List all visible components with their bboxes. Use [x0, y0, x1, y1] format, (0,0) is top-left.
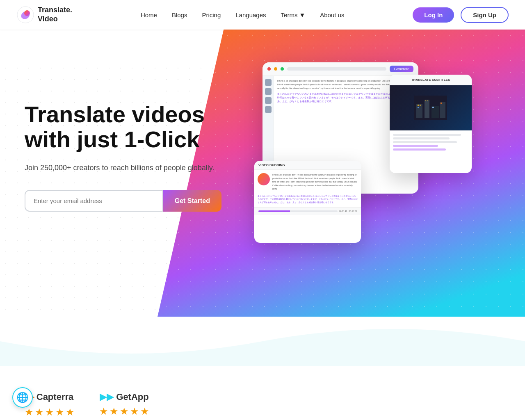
dubbing-text: I think a lot of people don't I'm like b… — [272, 173, 358, 191]
capterra-star-4: ★ — [55, 406, 64, 418]
globe-icon: 🌐 — [16, 392, 29, 403]
capterra-star-2: ★ — [35, 406, 44, 418]
svg-point-1 — [24, 10, 30, 16]
close-dot — [267, 67, 271, 71]
logo-line2: Video — [38, 15, 72, 24]
get-started-button[interactable]: Get Started — [163, 190, 221, 212]
capterra-stars: ★ ★ ★ ★ ★ — [25, 406, 75, 418]
getapp-star-1: ★ — [99, 406, 108, 417]
timeline-progress — [258, 210, 338, 212]
video-dubbing-card: VIDEO DUBBING I think a lot of people do… — [254, 161, 361, 243]
language-selector-button[interactable]: 🌐 — [12, 387, 33, 408]
logo-icon — [16, 6, 34, 24]
video-dubbing-header: VIDEO DUBBING — [254, 161, 361, 170]
svg-rect-12 — [440, 102, 445, 118]
nav-pricing[interactable]: Pricing — [202, 11, 221, 18]
subtitle-header: TRANSLATE SUBTITLES — [390, 75, 472, 85]
nav-actions: Log In Sign Up — [413, 7, 509, 23]
logos-row: ▶ Capterra ★ ★ ★ ★ ★ ▶▶ GetApp ★ ★ ★ ★ — [25, 390, 149, 418]
capterra-name: Capterra — [37, 392, 73, 402]
capterra-star-3: ★ — [45, 406, 54, 418]
expand-dot — [281, 67, 284, 71]
nav-terms[interactable]: Terms ▼ — [281, 11, 306, 18]
svg-rect-3 — [416, 104, 422, 118]
svg-rect-7 — [425, 100, 429, 118]
url-bar — [287, 67, 386, 71]
getapp-icon: ▶▶ — [100, 392, 114, 402]
capterra-star-1: ★ — [25, 406, 34, 418]
nav-about[interactable]: About us — [320, 11, 344, 18]
subtitle-line-purple — [393, 145, 438, 147]
svg-rect-4 — [418, 105, 419, 106]
speaker-avatar — [258, 173, 270, 185]
email-input[interactable] — [25, 190, 163, 212]
signup-button[interactable]: Sign Up — [461, 7, 509, 23]
svg-rect-13 — [441, 103, 442, 104]
subtitle-line-2 — [393, 137, 450, 139]
hero-content: Translate videos with just 1-Click Join … — [0, 30, 525, 276]
wave-separator — [0, 317, 525, 366]
mockup-topbar: Generate — [262, 62, 418, 76]
timestamp: 00:01:42 / 00:08:23 — [339, 210, 357, 212]
sidebar-icon-1 — [265, 79, 272, 86]
getapp-star-2: ★ — [110, 406, 119, 417]
svg-rect-6 — [418, 107, 419, 108]
sidebar-icon-4 — [265, 106, 272, 113]
hero-left: Translate videos with just 1-Click Join … — [25, 102, 221, 212]
getapp-stars: ★ ★ ★ ★ ★ — [99, 406, 149, 417]
hero-form: Get Started — [25, 190, 221, 212]
dubbing-japanese: 多くの人はそうでないと思います基本的に私は工場の設計またはエンジニアリング会議ま… — [258, 195, 358, 204]
wave-svg — [0, 317, 525, 366]
nav-home[interactable]: Home — [141, 11, 157, 18]
subtitle-line-1 — [393, 134, 461, 136]
subtitle-text-area — [390, 130, 472, 155]
city-scene-icon — [414, 96, 447, 120]
login-button[interactable]: Log In — [413, 7, 454, 23]
capterra-star-5: ★ — [66, 406, 75, 418]
logo-line1: Translate. — [38, 6, 72, 15]
nav-links: Home Blogs Pricing Languages Terms ▼ Abo… — [141, 11, 345, 18]
getapp-rating: ▶▶ GetApp ★ ★ ★ ★ ★ — [99, 392, 149, 417]
hero-subtitle: Join 250,000+ creators to reach billions… — [25, 162, 221, 174]
hero-title: Translate videos with just 1-Click — [25, 102, 221, 152]
getapp-star-4: ★ — [130, 406, 139, 417]
getapp-name: GetApp — [116, 392, 148, 402]
getapp-star-5: ★ — [140, 406, 149, 417]
hero-right: Generate I think a lot of people don't I… — [221, 54, 500, 259]
subtitle-line-purple-2 — [393, 148, 446, 151]
ratings-section: ▶ Capterra ★ ★ ★ ★ ★ ▶▶ GetApp ★ ★ ★ ★ — [0, 366, 525, 420]
svg-rect-5 — [420, 105, 421, 106]
sidebar-icon-3 — [265, 97, 272, 104]
mockup-container: Generate I think a lot of people don't I… — [254, 62, 468, 251]
video-card-content: I think a lot of people don't I'm like b… — [254, 170, 361, 207]
svg-rect-9 — [427, 100, 428, 101]
svg-rect-11 — [432, 107, 434, 108]
getapp-star-3: ★ — [120, 406, 129, 417]
generate-button[interactable]: Generate — [390, 66, 413, 72]
hero-section: Translate videos with just 1-Click Join … — [0, 30, 525, 317]
navbar: Translate. Video Home Blogs Pricing Lang… — [0, 0, 525, 30]
subtitle-card: TRANSLATE SUBTITLES — [390, 75, 472, 173]
logo[interactable]: Translate. Video — [16, 6, 72, 24]
sidebar-icon-2 — [265, 88, 272, 95]
chevron-down-icon: ▼ — [299, 11, 305, 18]
subtitle-line-3 — [393, 141, 457, 143]
minimize-dot — [274, 67, 277, 71]
timeline-bar: 00:01:42 / 00:08:23 — [254, 207, 361, 215]
subtitle-image — [390, 85, 472, 130]
svg-rect-8 — [425, 100, 426, 101]
nav-blogs[interactable]: Blogs — [172, 11, 187, 18]
nav-languages[interactable]: Languages — [235, 11, 266, 18]
